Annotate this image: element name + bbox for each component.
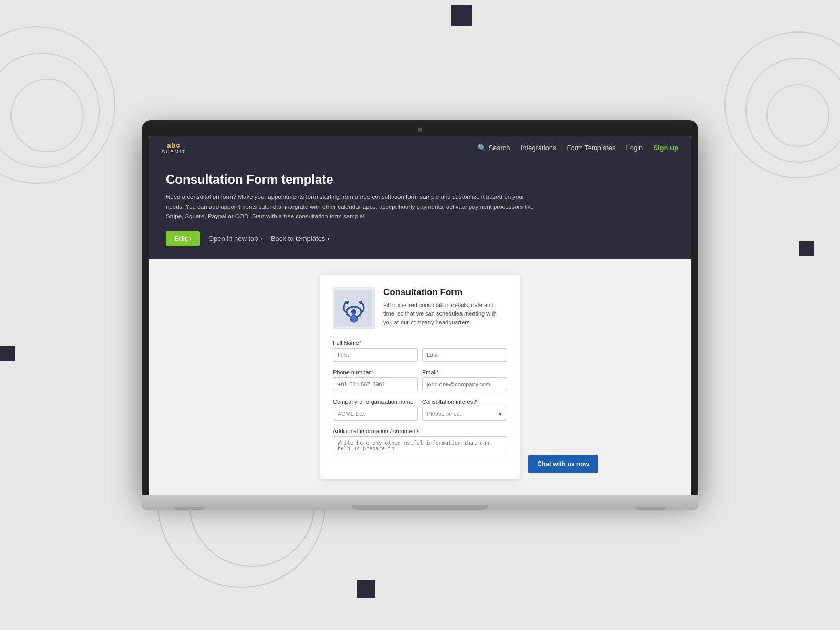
edit-button[interactable]: Edit › — [166, 231, 200, 246]
phone-input[interactable] — [333, 377, 418, 391]
form-header-text: Consultation Form Fill in desired consul… — [383, 287, 507, 329]
laptop-screen: abc SUBMIT 🔍 Search Integrations Form Te… — [149, 136, 691, 495]
nav-login-link[interactable]: Login — [626, 144, 643, 152]
first-name-input[interactable] — [333, 348, 418, 362]
laptop-hinge — [352, 505, 488, 510]
full-name-row — [333, 348, 507, 362]
bg-square-4 — [357, 580, 375, 598]
laptop-foot-left — [173, 507, 205, 510]
email-required: * — [437, 369, 439, 375]
laptop-camera — [418, 128, 422, 132]
open-new-tab-link[interactable]: Open in new tab › — [208, 235, 262, 243]
bg-circle-2 — [0, 52, 100, 168]
bg-square-1 — [452, 5, 472, 26]
back-to-templates-label: Back to templates — [271, 235, 325, 243]
bg-circle-7 — [746, 58, 840, 163]
stethoscope-image — [335, 290, 372, 327]
bg-circle-1 — [0, 26, 116, 184]
phone-email-section: Phone number* Email* — [333, 369, 507, 391]
consultation-required: * — [475, 398, 477, 405]
form-header-image — [333, 287, 375, 329]
full-name-label-text: Full Name — [333, 340, 359, 346]
company-label: Company or organization name — [333, 398, 418, 405]
phone-required: * — [371, 369, 373, 375]
consultation-group: Consultation interest* Please select ▼ — [422, 398, 507, 421]
svg-point-4 — [359, 301, 362, 304]
back-to-templates-link[interactable]: Back to templates › — [271, 235, 330, 243]
chevron-right-icon-2: › — [260, 235, 262, 243]
full-name-label: Full Name* — [333, 340, 507, 346]
company-group: Company or organization name — [333, 398, 418, 421]
phone-label: Phone number* — [333, 369, 418, 375]
additional-info-section: Additional information / comments — [333, 428, 507, 459]
open-new-tab-label: Open in new tab — [208, 235, 258, 243]
laptop-foot-right — [635, 507, 667, 510]
form-card: Consultation Form Fill in desired consul… — [320, 275, 520, 479]
bg-circle-8 — [766, 84, 830, 147]
additional-info-textarea[interactable] — [333, 436, 507, 457]
logo-sub: SUBMIT — [162, 149, 186, 154]
hero-actions: Edit › Open in new tab › Back to templat… — [166, 231, 674, 246]
consultation-select-wrapper: Please select ▼ — [422, 407, 507, 421]
svg-point-3 — [345, 301, 349, 304]
email-label-text: Email — [422, 369, 437, 375]
chat-button[interactable]: Chat with us now — [528, 455, 598, 473]
svg-point-5 — [350, 315, 358, 322]
nav-form-templates-label: Form Templates — [567, 144, 616, 152]
phone-group: Phone number* — [333, 369, 418, 391]
nav-logo: abc SUBMIT — [162, 141, 186, 154]
laptop-base — [142, 495, 698, 510]
nav-links: 🔍 Search Integrations Form Templates Log… — [478, 144, 678, 152]
laptop-wrapper: abc SUBMIT 🔍 Search Integrations Form Te… — [142, 120, 698, 509]
nav-integrations-label: Integrations — [521, 144, 556, 152]
phone-label-text: Phone number — [333, 369, 371, 375]
consultation-select[interactable]: Please select — [422, 407, 507, 421]
email-group: Email* — [422, 369, 507, 391]
company-interest-row: Company or organization name Consultatio… — [333, 398, 507, 421]
bg-square-2 — [799, 242, 814, 256]
full-name-required: * — [359, 340, 361, 346]
chevron-right-icon: › — [190, 235, 192, 243]
phone-email-row: Phone number* Email* — [333, 369, 507, 391]
content-area: Consultation Form Fill in desired consul… — [149, 259, 691, 495]
bg-square-3 — [0, 346, 15, 361]
form-title: Consultation Form — [383, 287, 507, 298]
hero-section: Consultation Form template Need a consul… — [149, 160, 691, 258]
nav-integrations-link[interactable]: Integrations — [521, 144, 556, 152]
company-interest-section: Company or organization name Consultatio… — [333, 398, 507, 421]
nav-bar: abc SUBMIT 🔍 Search Integrations Form Te… — [149, 136, 691, 160]
last-name-input[interactable] — [422, 348, 507, 362]
page-title: Consultation Form template — [166, 172, 674, 187]
bg-circle-3 — [10, 79, 84, 152]
edit-label: Edit — [174, 235, 187, 243]
logo-text: abc — [167, 141, 180, 149]
additional-info-label: Additional information / comments — [333, 428, 507, 434]
nav-signup-link[interactable]: Sign up — [653, 144, 678, 152]
nav-search-link[interactable]: 🔍 Search — [478, 144, 510, 152]
nav-search-label: Search — [488, 144, 510, 152]
hero-description: Need a consultation form? Make your appo… — [166, 192, 544, 221]
company-input[interactable] — [333, 407, 418, 421]
consultation-label: Consultation interest* — [422, 398, 507, 405]
form-subtitle: Fill in desired consultation details, da… — [383, 301, 507, 327]
email-input[interactable] — [422, 377, 507, 391]
chevron-right-icon-3: › — [327, 235, 329, 243]
bg-circle-6 — [724, 32, 840, 178]
search-icon: 🔍 — [478, 144, 486, 152]
nav-login-label: Login — [626, 144, 643, 152]
svg-point-2 — [351, 309, 356, 314]
nav-signup-label: Sign up — [653, 144, 678, 152]
email-label: Email* — [422, 369, 507, 375]
nav-form-templates-link[interactable]: Form Templates — [567, 144, 616, 152]
full-name-section: Full Name* — [333, 340, 507, 362]
form-header: Consultation Form Fill in desired consul… — [333, 287, 507, 329]
consultation-label-text: Consultation interest — [422, 398, 475, 405]
laptop-screen-outer: abc SUBMIT 🔍 Search Integrations Form Te… — [142, 120, 698, 495]
